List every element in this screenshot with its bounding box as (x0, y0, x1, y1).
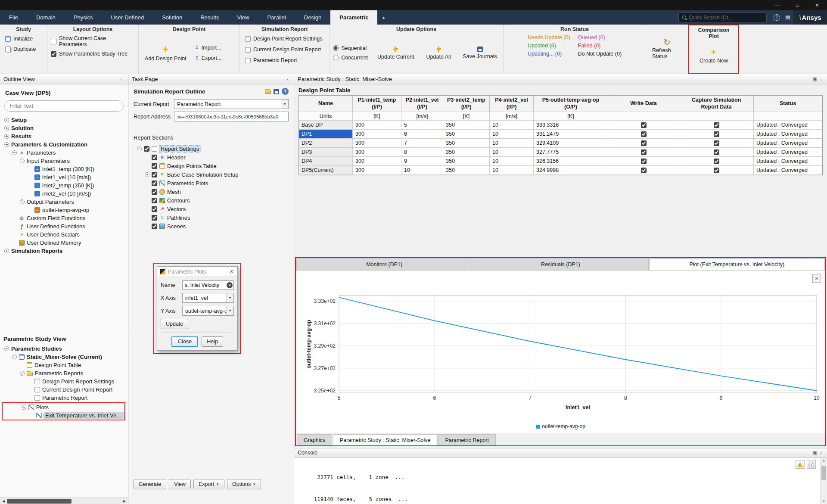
tab-parametric-report[interactable]: Parametric Report (438, 434, 496, 445)
design-point-report-settings-button[interactable]: Design Point Report Settings (243, 34, 326, 43)
tree-item-simulation-reports[interactable]: Simulation Reports (1, 247, 127, 255)
docs-button[interactable]: ▤ (782, 10, 793, 25)
column-header[interactable]: P4-inlet2_vel (I/P) (490, 96, 534, 112)
tree-item-exit-temperature-plot[interactable]: Exit Temperature vs. Inlet Veloc (3, 411, 124, 420)
scroll-up-icon[interactable]: ▲ (823, 459, 824, 462)
section-mesh[interactable]: Mesh (134, 187, 289, 196)
export-button[interactable]: ↥Export... (193, 54, 224, 62)
report-address-input[interactable] (174, 112, 289, 121)
scrollbar-thumb[interactable] (821, 466, 826, 480)
table-cell[interactable]: 326.3156 (534, 157, 608, 166)
search-input[interactable] (689, 15, 758, 21)
table-cell[interactable]: 8 (401, 148, 443, 157)
help-icon[interactable]: ? (282, 88, 289, 95)
table-cell[interactable]: 300 (353, 130, 401, 139)
tab-results[interactable]: Results (191, 10, 228, 25)
write-data-checkbox[interactable] (641, 168, 647, 173)
tree-item-results[interactable]: Results (1, 132, 127, 140)
tab-graphics[interactable]: Graphics (297, 434, 332, 445)
expand-icon[interactable] (4, 249, 9, 253)
horizontal-scrollbar[interactable]: ◀ ▶ (0, 498, 128, 504)
y-axis-dropdown[interactable]: outlet-temp-avg-op▼ (182, 306, 234, 316)
table-cell[interactable]: 300 (353, 157, 401, 166)
section-header[interactable]: Header (134, 153, 289, 162)
initialize-button[interactable]: Initialize (3, 34, 44, 43)
sequential-radio[interactable]: Sequential (333, 44, 368, 52)
table-cell[interactable]: 350 (443, 157, 490, 166)
console-scrollbar[interactable]: ▲ ▼ (820, 458, 827, 504)
tree-item-inlet1-temp[interactable]: inlet1_temp (300 [K]) (1, 165, 127, 173)
refresh-status-button[interactable]: ↻ Refresh Status (650, 38, 684, 59)
tree-item-user-defined-functions[interactable]: User Defined Functions (1, 222, 127, 230)
section-checkbox[interactable] (152, 172, 157, 177)
collapse-icon[interactable] (20, 159, 25, 163)
plot-canvas[interactable]: ✕ 3.33e+023.31e+023.29e+023.27e+023.25e+… (296, 270, 825, 433)
column-header[interactable]: P1-inlet1_temp (I/P) (353, 96, 401, 112)
collapse-icon[interactable] (20, 199, 25, 204)
section-design-points-table[interactable]: Design Points Table (134, 162, 289, 170)
scrollbar-thumb[interactable] (7, 499, 72, 504)
table-cell[interactable]: 350 (443, 121, 490, 130)
minimize-button[interactable]: — (768, 0, 787, 10)
tree-item-inlet2-temp[interactable]: inlet2_temp (350 [K]) (1, 181, 127, 190)
tab-parametric-study[interactable]: Parametric Study : Static_Mixer-Solve (333, 434, 438, 445)
panel-collapse-icon[interactable]: ‹ (818, 450, 824, 455)
concurrent-radio[interactable]: Concurrent (333, 54, 368, 62)
console[interactable]: 22771 cells, 1 zone ... 119140 faces, 5 … (294, 457, 827, 504)
current-design-point-report-button[interactable]: Current Design Point Report (243, 45, 326, 54)
section-scenes[interactable]: Scenes (134, 222, 289, 230)
close-plot-icon[interactable]: ✕ (812, 274, 821, 283)
capture-report-checkbox[interactable] (714, 149, 719, 155)
collapse-icon[interactable] (20, 371, 25, 376)
tree-item-plots[interactable]: Plots (3, 403, 124, 411)
capture-report-cell[interactable] (679, 139, 754, 148)
section-checkbox[interactable] (152, 206, 157, 212)
column-header[interactable]: Name (299, 96, 353, 112)
quick-search[interactable] (678, 12, 767, 22)
show-parametric-study-tree-checkbox[interactable]: Show Parametric Study Tree (51, 50, 135, 58)
dialog-close-icon[interactable]: ✕ (228, 269, 235, 274)
maximize-button[interactable]: □ (787, 0, 807, 10)
panel-popout-icon[interactable]: ▣ (811, 76, 818, 82)
view-button[interactable]: View (169, 479, 191, 489)
clear-icon[interactable]: ✕ (227, 282, 233, 288)
capture-report-checkbox[interactable] (714, 131, 719, 137)
table-cell[interactable]: 10 (490, 157, 534, 166)
write-data-checkbox[interactable] (641, 140, 647, 146)
tree-item-parametric-reports[interactable]: Parametric Reports (1, 369, 127, 377)
expand-icon[interactable] (4, 134, 9, 139)
row-name-cell[interactable]: DP5(Current) (299, 166, 353, 175)
capture-report-cell[interactable] (679, 121, 754, 130)
add-design-point-button[interactable]: + Add Design Point (142, 34, 189, 71)
table-cell[interactable]: 350 (443, 148, 490, 157)
tree-item-custom-field-functions[interactable]: Custom Field Functions (1, 214, 127, 222)
save-journals-button[interactable]: Save Journals (460, 47, 500, 59)
write-data-cell[interactable] (608, 139, 679, 148)
tree-item-inlet1-vel[interactable]: inlet1_vel (10 [m/s]) (1, 173, 127, 181)
collapse-icon[interactable] (12, 150, 17, 155)
row-name-cell[interactable]: DP1 (299, 130, 353, 139)
collapse-icon[interactable] (4, 142, 9, 147)
row-name-cell[interactable]: DP3 (299, 148, 353, 157)
table-cell[interactable]: 329.4109 (534, 139, 608, 148)
table-cell[interactable]: 350 (443, 166, 490, 175)
section-checkbox[interactable] (152, 215, 157, 221)
tree-item-solution[interactable]: Solution (1, 124, 127, 132)
section-checkbox[interactable] (152, 180, 157, 186)
collapse-icon[interactable] (137, 146, 142, 151)
tab-parametric[interactable]: Parametric (330, 10, 377, 25)
table-cell[interactable]: 300 (353, 166, 401, 175)
table-cell[interactable]: 10 (490, 148, 534, 157)
tree-item-user-defined-scalars[interactable]: User Defined Scalars (1, 230, 127, 239)
plot-name-input[interactable] (182, 280, 234, 290)
generate-button[interactable]: Generate (134, 479, 166, 489)
capture-report-checkbox[interactable] (714, 122, 719, 128)
expand-icon[interactable] (4, 126, 9, 131)
collapse-icon[interactable] (4, 346, 9, 351)
table-cell[interactable]: 350 (443, 130, 490, 139)
ribbon-collapse-icon[interactable]: ▲ (377, 10, 389, 25)
create-new-comparison-plot-button[interactable]: + Create New (693, 41, 735, 70)
table-cell[interactable]: 327.7775 (534, 148, 608, 157)
table-cell[interactable]: 9 (401, 157, 443, 166)
write-data-checkbox[interactable] (641, 159, 647, 164)
